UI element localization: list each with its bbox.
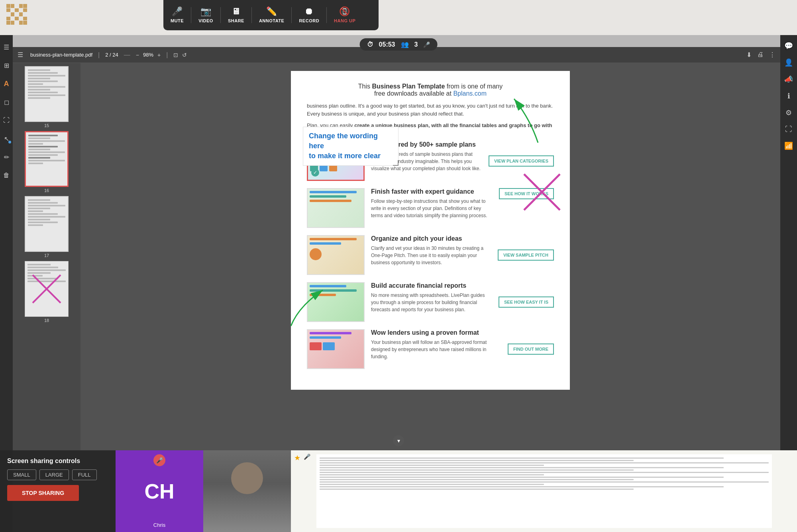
green-arrow-2: [283, 282, 335, 330]
sidebar-cursor-icon[interactable]: ↖: [1, 133, 12, 144]
thumbnail-16[interactable]: 16: [16, 131, 77, 193]
person-icon[interactable]: 👤: [784, 58, 793, 67]
timer-icon: ⏱: [367, 41, 373, 48]
participant-count: 3: [414, 41, 418, 48]
bplans-link[interactable]: Bplans.com: [453, 90, 487, 97]
mute-icon: 🎤: [172, 7, 183, 16]
video-icon: 📷: [200, 7, 212, 16]
announce-icon[interactable]: 📣: [784, 75, 793, 84]
feature-desc-4: No more messing with spreadsheets. LiveP…: [371, 292, 492, 313]
view-plan-categories-button[interactable]: VIEW PLAN CATEGORIES: [489, 155, 554, 167]
annotate-icon: ✏️: [266, 7, 277, 16]
print-icon[interactable]: 🖨: [757, 51, 764, 59]
see-how-easy-button[interactable]: SEE HOW EASY IT IS: [499, 296, 554, 308]
feature-title-2: Finish faster with expert guidance: [371, 188, 493, 195]
feature-row-4: Build accurate financial reports No more…: [307, 282, 554, 322]
green-arrow-1: [506, 95, 554, 151]
participant-initials: CH: [144, 479, 174, 503]
call-toolbar: 🎤 MUTE 📷 VIDEO 🖥 SHARE ✏️ ANNOTATE ⏺ REC…: [163, 0, 379, 30]
size-large-button[interactable]: LARGE: [39, 469, 69, 480]
size-small-button[interactable]: SMALL: [7, 469, 36, 480]
chat-icon[interactable]: 💬: [784, 41, 793, 50]
more-options-icon[interactable]: ⋮: [769, 51, 775, 59]
app-logo: [6, 4, 27, 25]
thumb-label-18: 18: [44, 318, 49, 323]
pdf-page: Change the wording hereto make it more c…: [291, 71, 570, 390]
pdf-filename: business-plan-template.pdf: [30, 52, 92, 58]
zoom-in-button[interactable]: +: [157, 52, 161, 58]
sidebar-text-icon[interactable]: A: [1, 78, 12, 89]
purple-x-mark: [522, 172, 562, 212]
feature-text-2: Finish faster with expert guidance Follo…: [371, 188, 493, 219]
video-participant-2: [203, 450, 291, 532]
wifi-icon[interactable]: 📶: [784, 141, 793, 150]
feature-row-2: Finish faster with expert guidance Follo…: [307, 188, 554, 228]
video-button[interactable]: 📷 VIDEO: [191, 4, 220, 26]
feature-title-3: Organize and pitch your ideas: [371, 235, 491, 242]
sidebar-box-icon[interactable]: ◻: [1, 96, 12, 108]
thumbnail-17[interactable]: 17: [16, 196, 77, 258]
pdf-right-controls: ⬇ 🖨 ⋮: [746, 51, 775, 59]
info-icon[interactable]: ℹ: [787, 92, 790, 100]
participants-icon: 👥: [401, 41, 409, 48]
feature-row-3: Organize and pitch your ideas Clarify an…: [307, 235, 554, 275]
thumb-label-15: 15: [44, 123, 49, 128]
expand-icon[interactable]: ⛶: [785, 125, 792, 133]
share-icon: 🖥: [232, 7, 241, 16]
stop-sharing-button[interactable]: STOP SHARING: [7, 485, 79, 501]
annotation-box: Change the wording hereto make it more c…: [303, 127, 398, 166]
bottom-chevron[interactable]: ▾: [393, 435, 404, 446]
feature-img-2: [307, 188, 365, 228]
mini-document: [316, 454, 772, 528]
feature-title-5: Wow lenders using a proven format: [371, 329, 501, 336]
thumbnail-18[interactable]: 18: [16, 261, 77, 323]
sidebar-trash-icon[interactable]: 🗑: [1, 170, 12, 181]
hangup-icon: 📵: [339, 7, 350, 16]
annotation-corner: [393, 160, 398, 166]
feature-row-5: Wow lenders using a proven format Your b…: [307, 329, 554, 369]
video-participant-3: ★ 🎤: [291, 450, 797, 532]
annotate-button[interactable]: ✏️ ANNOTATE: [252, 4, 291, 26]
thumb-label-16: 16: [44, 188, 49, 193]
sidebar-draw-icon[interactable]: ✏: [1, 151, 12, 163]
sidebar-fullscreen-icon[interactable]: ⛶: [1, 115, 12, 126]
feature-img-3: [307, 235, 365, 275]
feature-text-3: Organize and pitch your ideas Clarify an…: [371, 235, 491, 266]
gear-icon[interactable]: ⚙: [785, 108, 792, 117]
pdf-page-info: 2 / 24: [105, 52, 118, 58]
person-silhouette: [231, 462, 263, 494]
zoom-level: 98%: [143, 52, 153, 58]
feature-title-4: Build accurate financial reports: [371, 282, 492, 289]
rotate-icon[interactable]: ↺: [182, 52, 187, 58]
fit-page-icon[interactable]: ⊡: [173, 52, 178, 58]
record-button[interactable]: ⏺ RECORD: [292, 4, 326, 26]
zoom-out-button[interactable]: −: [136, 52, 139, 58]
mute-button[interactable]: 🎤 MUTE: [163, 4, 191, 26]
view-sample-pitch-button[interactable]: VIEW SAMPLE PITCH: [498, 249, 554, 261]
thumbnail-15[interactable]: 15: [16, 66, 77, 128]
feature-img-5: [307, 329, 365, 369]
sidebar-pages-icon[interactable]: ⊞: [1, 60, 12, 71]
session-time: 05:53: [379, 41, 395, 48]
participant-mic-muted-icon: 🎤: [153, 454, 165, 466]
share-button[interactable]: 🖥 SHARE: [221, 4, 251, 26]
hangup-button[interactable]: 📵 HANG UP: [327, 4, 363, 26]
download-icon[interactable]: ⬇: [746, 51, 752, 59]
feature-text-4: Build accurate financial reports No more…: [371, 282, 492, 313]
video-person-feed: [203, 450, 291, 532]
record-icon: ⏺: [304, 7, 314, 16]
video-participant-chris: 🎤 CH Chris: [116, 450, 203, 532]
video-mic-icon: 🎤: [304, 453, 310, 460]
session-mic-icon: 🎤: [423, 41, 430, 48]
find-out-more-button[interactable]: FIND OUT MORE: [508, 344, 554, 355]
size-full-button[interactable]: FULL: [72, 469, 97, 480]
feature-desc-5: Your business plan will follow an SBA-ap…: [371, 339, 501, 360]
thumb-label-17: 17: [44, 253, 49, 258]
sidebar-hamburger-icon[interactable]: ☰: [1, 41, 12, 53]
pdf-menu-icon[interactable]: ☰: [18, 51, 23, 59]
session-bar: ⏱ 05:53 👥 3 🎤: [360, 38, 438, 51]
star-icon: ★: [294, 453, 300, 462]
video-content: [291, 450, 797, 532]
feature-desc-2: Follow step-by-step instructions that sh…: [371, 198, 493, 219]
annotation-text: Change the wording hereto make it more c…: [309, 131, 393, 161]
